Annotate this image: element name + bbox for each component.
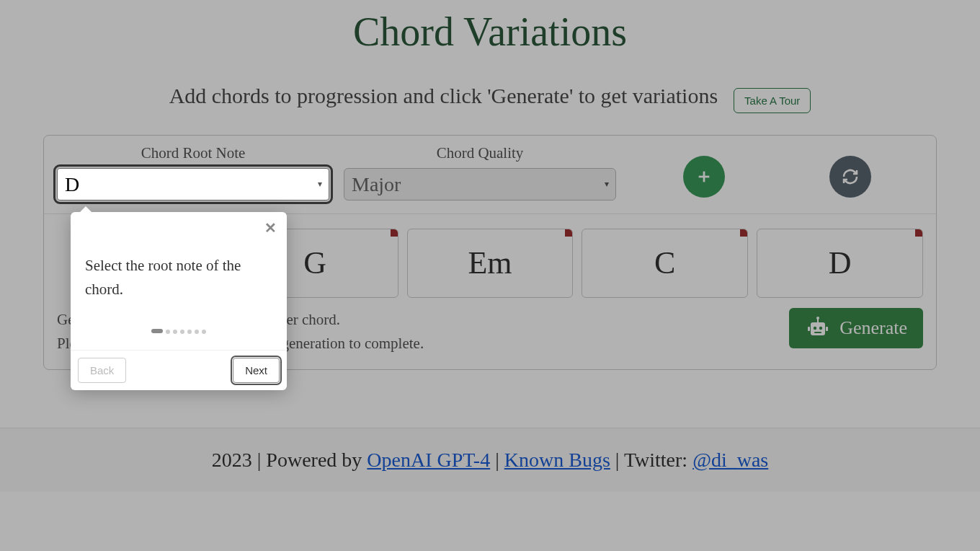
take-tour-button[interactable]: Take A Tour: [734, 88, 811, 113]
refresh-icon: [842, 168, 859, 185]
add-chord-button[interactable]: [683, 156, 725, 198]
svg-rect-2: [811, 322, 825, 335]
chord-card[interactable]: Em: [407, 229, 574, 298]
chord-label: C: [654, 244, 675, 281]
robot-icon: [805, 317, 831, 340]
root-note-select[interactable]: D: [57, 168, 329, 200]
svg-rect-4: [826, 327, 828, 331]
known-bugs-link[interactable]: Known Bugs: [504, 449, 610, 471]
tour-back-button[interactable]: Back: [78, 358, 126, 383]
gpt-link[interactable]: OpenAI GPT-4: [367, 449, 490, 471]
quality-select[interactable]: Major: [344, 168, 616, 200]
close-icon[interactable]: ✕: [264, 219, 277, 237]
chord-label: Em: [468, 244, 512, 281]
twitter-link[interactable]: @di_was: [692, 449, 768, 471]
svg-point-6: [819, 327, 822, 330]
svg-point-5: [814, 327, 816, 330]
tour-text: Select the root note of the chord.: [71, 212, 287, 318]
chord-label: D: [829, 244, 852, 281]
chord-card[interactable]: C: [582, 229, 748, 298]
plus-icon: [696, 169, 712, 185]
remove-chord-icon[interactable]: [565, 229, 572, 237]
footer: 2023 | Powered by OpenAI GPT-4 | Known B…: [0, 428, 980, 492]
tour-popover: ✕ Select the root note of the chord. Bac…: [71, 212, 287, 390]
tour-next-button[interactable]: Next: [233, 358, 280, 383]
page-title: Chord Variations: [43, 9, 937, 55]
svg-point-9: [816, 317, 819, 319]
generate-button[interactable]: Generate: [789, 308, 923, 348]
chord-label: G: [303, 244, 326, 281]
reset-button[interactable]: [829, 156, 871, 198]
root-note-label: Chord Root Note: [141, 144, 246, 162]
quality-label: Chord Quality: [437, 144, 524, 162]
remove-chord-icon[interactable]: [915, 229, 922, 237]
tour-progress: [71, 318, 287, 350]
remove-chord-icon[interactable]: [391, 229, 398, 237]
page-subtitle: Add chords to progression and click 'Gen…: [169, 84, 718, 107]
remove-chord-icon[interactable]: [740, 229, 747, 237]
chord-card[interactable]: D: [757, 229, 923, 298]
svg-rect-3: [808, 327, 810, 331]
svg-rect-7: [814, 332, 821, 333]
